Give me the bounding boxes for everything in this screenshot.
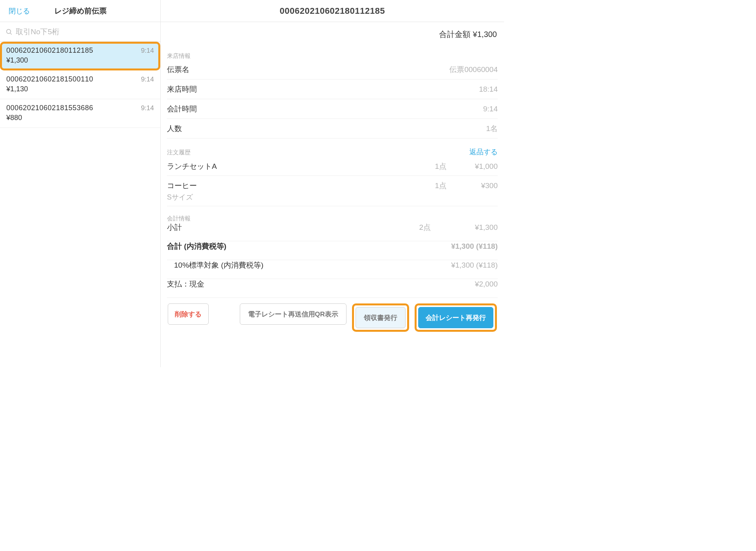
order-price: ¥300	[447, 181, 498, 190]
visit-info-row: 会計時間9:14	[167, 99, 498, 119]
highlight-reprint: 会計レシート再発行	[415, 303, 497, 332]
calc-key: 小計	[167, 222, 376, 233]
receipt-amount: ¥880	[6, 114, 154, 122]
receipt-no: 000620210602181553686	[6, 104, 93, 112]
order-name: ランチセットA	[167, 161, 384, 172]
receipt-time: 9:14	[141, 104, 154, 112]
calc-key: 合計 (内消費税等)	[167, 241, 376, 251]
orders-section-label: 注文履歴	[167, 149, 191, 156]
calc-count: 2点	[376, 222, 431, 233]
info-value: 1名	[486, 124, 498, 134]
close-button[interactable]: 閉じる	[0, 6, 39, 16]
reprint-button[interactable]: 会計レシート再発行	[418, 307, 493, 328]
calc-row: 合計 (内消費税等)¥1,300 (¥118)	[167, 241, 498, 260]
svg-line-1	[10, 33, 12, 35]
receipt-amount: ¥1,130	[6, 85, 154, 93]
order-row: コーヒー1点¥300Sサイズ	[167, 176, 498, 206]
info-key: 来店時間	[167, 84, 197, 94]
receipt-item[interactable]: 0006202106021815536869:14¥880	[0, 99, 160, 128]
order-price: ¥1,000	[447, 162, 498, 171]
info-value: 伝票00060004	[449, 65, 498, 75]
order-row: ランチセットA1点¥1,000	[167, 157, 498, 176]
receipt-no: 000620210602181500110	[6, 75, 93, 83]
detail-title: 000620210602180112185	[161, 6, 504, 16]
calc-value: ¥1,300	[431, 223, 498, 232]
visit-info-row: 人数1名	[167, 119, 498, 139]
qr-button[interactable]: 電子レシート再送信用QR表示	[240, 303, 347, 325]
calc-key: 10%標準対象 (内消費税等)	[167, 260, 376, 270]
invoice-button[interactable]: 領収書発行	[356, 307, 406, 328]
order-qty: 1点	[384, 161, 447, 172]
order-name: コーヒー	[167, 181, 384, 191]
return-button[interactable]: 返品する	[469, 147, 498, 157]
order-note: Sサイズ	[167, 192, 498, 202]
info-key: 会計時間	[167, 104, 197, 114]
receipt-item[interactable]: 0006202106021801121859:14¥1,300	[0, 42, 160, 70]
visit-info-row: 伝票名伝票00060004	[167, 60, 498, 80]
receipt-list: 0006202106021801121859:14¥1,300000620210…	[0, 42, 160, 367]
receipt-amount: ¥1,300	[6, 56, 154, 65]
receipt-no: 000620210602180112185	[6, 46, 93, 55]
search-box[interactable]	[0, 22, 160, 42]
calc-row: 10%標準対象 (内消費税等)¥1,300 (¥118)	[167, 260, 498, 279]
info-key: 伝票名	[167, 65, 189, 75]
calc-section-label: 会計情報	[167, 215, 191, 222]
calc-value: ¥2,000	[431, 280, 498, 288]
order-qty: 1点	[384, 181, 447, 191]
info-value: 9:14	[483, 105, 498, 113]
visit-section-label: 来店情報	[167, 52, 191, 60]
delete-button[interactable]: 削除する	[168, 303, 209, 325]
calc-value: ¥1,300 (¥118)	[431, 242, 498, 251]
calc-key: 支払：現金	[167, 279, 376, 289]
calc-row: 小計2点¥1,300	[167, 222, 498, 241]
receipt-time: 9:14	[141, 47, 154, 55]
svg-point-0	[7, 29, 11, 33]
left-panel-title: レジ締め前伝票	[54, 6, 107, 16]
total-amount: 合計金額 ¥1,300	[167, 22, 498, 44]
calc-value: ¥1,300 (¥118)	[431, 261, 498, 270]
visit-info-row: 来店時間18:14	[167, 80, 498, 99]
receipt-item[interactable]: 0006202106021815001109:14¥1,130	[0, 70, 160, 99]
calc-row: 支払：現金¥2,000	[167, 279, 498, 298]
search-icon	[6, 28, 13, 35]
highlight-invoice: 領収書発行	[352, 303, 409, 332]
receipt-time: 9:14	[141, 76, 154, 83]
info-value: 18:14	[479, 85, 498, 94]
info-key: 人数	[167, 124, 182, 134]
search-input[interactable]	[16, 28, 155, 36]
